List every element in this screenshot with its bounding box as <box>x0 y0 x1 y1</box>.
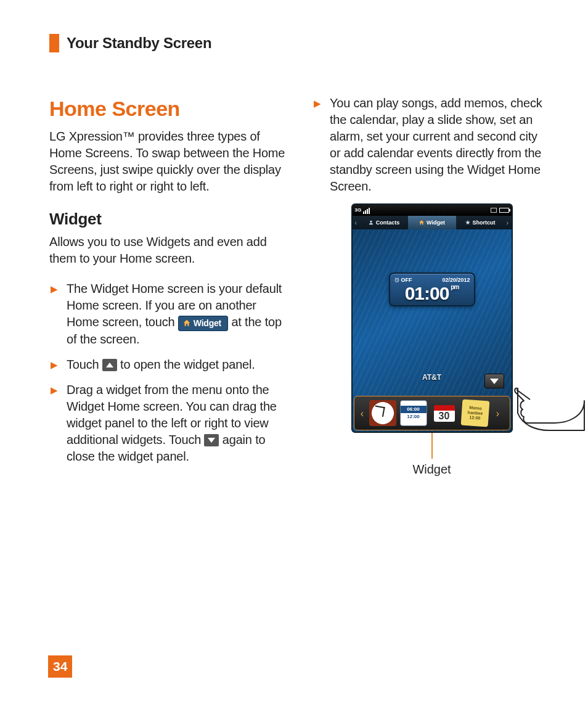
widget-item-calendar[interactable]: 30 <box>431 400 458 426</box>
bullet-triangle-icon: ▶ <box>51 283 58 295</box>
dual-clock-time2: 12:00 <box>407 413 419 421</box>
panel-nav-left-icon[interactable]: ‹ <box>359 407 365 421</box>
clock-time: 01:00pm <box>394 284 470 303</box>
network-3g-icon: 3G <box>355 207 362 214</box>
bullet-widget-capabilities: ▶ You can play songs, add memos, check t… <box>312 95 551 195</box>
alarm-clock-icon <box>394 277 400 283</box>
phone-screen: 3G ‹ Contacts Wi <box>351 203 513 433</box>
right-bullet-list: ▶ You can play songs, add memos, check t… <box>312 95 551 195</box>
star-icon <box>465 220 471 226</box>
inline-down-arrow-button <box>204 434 219 446</box>
tab-contacts[interactable]: Contacts <box>360 216 408 229</box>
window-indicator-icon <box>491 208 497 213</box>
down-triangle-icon <box>208 438 215 443</box>
up-triangle-icon <box>106 363 113 367</box>
widget-bullet-list: ▶ The Widget Home screen is your default… <box>49 281 288 464</box>
signal-bars-icon <box>363 208 370 214</box>
header-accent-block <box>49 34 59 52</box>
bullet-triangle-icon: ▶ <box>51 384 58 396</box>
calendar-rings-icon <box>434 405 455 411</box>
pointing-hand-icon <box>512 376 586 432</box>
tab-shortcut[interactable]: Shortcut <box>456 216 504 229</box>
tab-contacts-label: Contacts <box>376 219 400 226</box>
widget-panel-toggle-button[interactable] <box>484 374 504 388</box>
callout-label-widget: Widget <box>412 461 451 478</box>
tab-nav-left-icon[interactable]: ‹ <box>353 216 360 229</box>
bullet-default-home-screen: ▶ The Widget Home screen is your default… <box>49 281 288 347</box>
widget-item-memo[interactable]: Memo hanbee 12:00 <box>460 400 489 427</box>
phone-status-bar: 3G <box>353 205 512 216</box>
widget-item-dual-clock[interactable]: 06:00 12:00 <box>400 400 427 426</box>
page-number: 34 <box>48 655 72 678</box>
intro-paragraph: LG Xpression™ provides three types of Ho… <box>49 128 288 195</box>
right-column: ▶ You can play songs, add memos, check t… <box>312 95 551 478</box>
calendar-day: 30 <box>434 411 455 422</box>
callout-line <box>431 432 433 459</box>
section-heading-home-screen: Home Screen <box>49 95 288 123</box>
bullet-text-part: to open the widget panel. <box>120 358 255 371</box>
panel-nav-right-icon[interactable]: › <box>495 407 501 421</box>
tab-shortcut-label: Shortcut <box>473 219 496 226</box>
dual-clock-time1: 06:00 <box>401 406 427 413</box>
home-icon <box>419 220 425 226</box>
clock-widget[interactable]: OFF 02/20/2012 01:00pm <box>389 273 475 306</box>
inline-up-arrow-button <box>102 359 117 371</box>
content-columns: Home Screen LG Xpression™ provides three… <box>49 95 551 478</box>
clock-ampm: pm <box>451 284 459 290</box>
widget-item-analog-clock[interactable] <box>369 400 396 426</box>
bullet-triangle-icon: ▶ <box>51 359 58 371</box>
bullet-text: You can play songs, add memos, check the… <box>330 96 542 193</box>
tab-widget-label: Widget <box>427 219 445 226</box>
battery-icon <box>499 208 509 213</box>
inline-widget-tab-button: Widget <box>178 316 228 331</box>
left-column: Home Screen LG Xpression™ provides three… <box>49 95 288 478</box>
bullet-text-part: Touch <box>67 358 102 371</box>
header-title: Your Standby Screen <box>67 33 211 53</box>
page-header: Your Standby Screen <box>49 33 551 53</box>
widget-intro-paragraph: Allows you to use Widgets and even add t… <box>49 234 288 267</box>
bullet-open-widget-panel: ▶ Touch to open the widget panel. <box>49 356 288 373</box>
home-icon <box>182 319 191 327</box>
subsection-heading-widget: Widget <box>49 208 288 230</box>
inline-widget-tab-label: Widget <box>194 318 221 329</box>
tab-nav-right-icon[interactable]: › <box>504 216 512 229</box>
person-icon <box>368 220 374 226</box>
phone-tab-bar: ‹ Contacts Widget Shortcut › <box>353 216 512 229</box>
memo-line: 12:00 <box>469 416 480 421</box>
bullet-drag-widget: ▶ Drag a widget from the menu onto the W… <box>49 382 288 465</box>
bullet-triangle-icon: ▶ <box>314 97 321 110</box>
down-triangle-icon <box>490 379 499 384</box>
tab-widget[interactable]: Widget <box>408 216 456 229</box>
phone-illustration-wrap: 3G ‹ Contacts Wi <box>312 203 551 478</box>
widget-panel[interactable]: ‹ 06:00 12:00 30 Memo hanbee 12:00 <box>354 396 510 430</box>
